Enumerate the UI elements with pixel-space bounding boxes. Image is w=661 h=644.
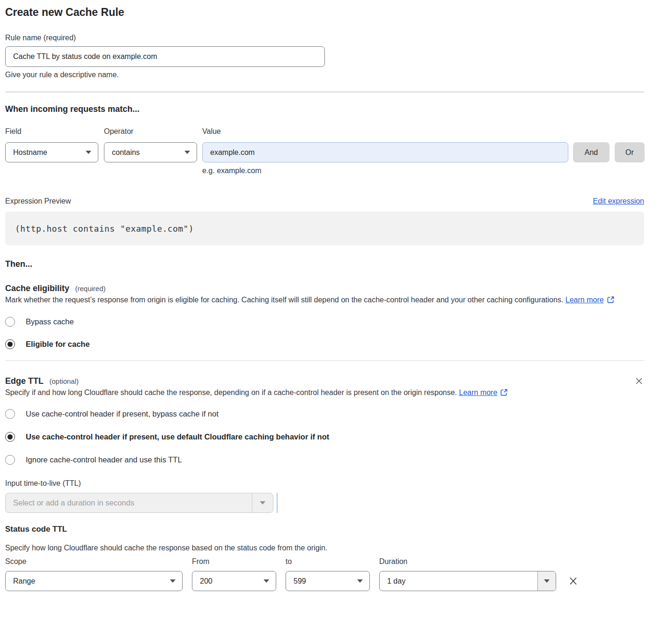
- cache-eligibility-header: Cache eligibility (required): [5, 283, 644, 293]
- edge-ttl-heading: Edge TTL: [5, 376, 44, 386]
- edit-expression-link[interactable]: Edit expression: [593, 197, 644, 205]
- edge-ttl-description: Specify if and how long Cloudflare shoul…: [5, 386, 529, 399]
- rule-name-label: Rule name (required): [5, 33, 644, 42]
- external-link-icon: [607, 296, 615, 304]
- section-divider: [5, 92, 644, 92]
- operator-label: Operator: [104, 127, 197, 136]
- status-code-controls-row: Range 200 599 1 day: [5, 571, 644, 591]
- or-button[interactable]: Or: [615, 142, 645, 162]
- match-labels-row: Field Operator Value: [5, 127, 644, 136]
- edge-ttl-heading-group: Edge TTL (optional): [5, 376, 79, 386]
- field-label: Field: [5, 127, 98, 136]
- rule-name-helper: Give your rule a descriptive name.: [5, 70, 644, 79]
- remove-icon: [568, 576, 578, 586]
- value-label: Value: [202, 127, 568, 136]
- match-heading: When incoming requests match...: [5, 104, 644, 114]
- operator-select[interactable]: contains: [104, 142, 197, 162]
- from-select[interactable]: 200: [192, 571, 276, 591]
- radio-eligible-for-cache[interactable]: Eligible for cache: [5, 339, 644, 349]
- chevron-down-icon: [357, 579, 363, 583]
- chevron-down-icon: [260, 501, 265, 505]
- radio-use-header-bypass-label: Use cache-control header if present, byp…: [26, 410, 219, 418]
- edge-ttl-optional-tag: (optional): [49, 377, 79, 385]
- radio-unselected-icon: [5, 317, 15, 327]
- from-select-value: 200: [200, 577, 213, 585]
- edge-ttl-header: Edge TTL (optional): [5, 376, 644, 386]
- to-label: to: [286, 557, 370, 566]
- cache-eligibility-required-tag: (required): [75, 285, 106, 293]
- chevron-down-icon: [544, 579, 550, 583]
- chevron-down-icon: [170, 579, 176, 583]
- and-button[interactable]: And: [573, 142, 610, 162]
- field-select-value: Hostname: [13, 148, 47, 157]
- scope-label: Scope: [5, 557, 183, 566]
- create-cache-rule-form: Create new Cache Rule Rule name (require…: [0, 0, 661, 591]
- scope-select[interactable]: Range: [5, 571, 183, 591]
- radio-ignore-header-label: Ignore cache-control header and use this…: [26, 455, 182, 464]
- status-code-ttl-heading: Status code TTL: [5, 525, 644, 534]
- expression-code-text: (http.host contains "example.com"): [15, 224, 194, 234]
- value-helper: e.g. example.com: [202, 166, 644, 175]
- learn-more-link[interactable]: Learn more: [459, 388, 498, 396]
- page-title: Create new Cache Rule: [5, 6, 644, 19]
- ttl-duration-combobox: Select or add a duration in seconds: [5, 493, 273, 513]
- match-controls-row: Hostname contains example.com And Or: [5, 142, 644, 162]
- duration-select[interactable]: 1 day: [379, 571, 556, 591]
- radio-selected-icon: [5, 339, 15, 349]
- edge-ttl-close-button[interactable]: [634, 376, 644, 386]
- remove-status-rule-button[interactable]: [567, 575, 579, 587]
- cache-eligibility-heading: Cache eligibility: [5, 284, 69, 293]
- expression-preview-label: Expression Preview: [5, 197, 71, 205]
- duration-label: Duration: [379, 557, 556, 566]
- expression-code-block: (http.host contains "example.com"): [5, 212, 644, 245]
- edge-ttl-options: Use cache-control header if present, byp…: [5, 409, 644, 465]
- cache-eligibility-description-text: Mark whether the request’s response from…: [5, 296, 563, 304]
- chevron-down-icon: [264, 579, 269, 583]
- learn-more-link[interactable]: Learn more: [566, 296, 604, 304]
- external-link-icon: [500, 388, 508, 396]
- radio-selected-icon: [5, 432, 15, 442]
- ttl-focus-indicator: [277, 493, 278, 513]
- section-divider: [5, 360, 644, 361]
- radio-eligible-for-cache-label: Eligible for cache: [26, 340, 90, 349]
- radio-use-header-bypass[interactable]: Use cache-control header if present, byp…: [5, 409, 644, 419]
- ttl-duration-dropdown-toggle[interactable]: [252, 493, 273, 512]
- value-input[interactable]: example.com: [202, 142, 568, 162]
- radio-bypass-cache[interactable]: Bypass cache: [5, 317, 644, 327]
- status-code-labels-row: Scope From to Duration: [5, 557, 644, 566]
- cache-eligibility-description: Mark whether the request’s response from…: [5, 293, 635, 307]
- close-icon: [635, 377, 643, 385]
- chevron-down-icon: [184, 151, 190, 154]
- then-heading: Then...: [5, 259, 644, 269]
- radio-bypass-cache-label: Bypass cache: [26, 317, 74, 326]
- radio-unselected-icon: [5, 409, 15, 419]
- ttl-duration-placeholder: Select or add a duration in seconds: [6, 493, 252, 512]
- ttl-combo-row: Select or add a duration in seconds: [5, 493, 644, 513]
- field-select[interactable]: Hostname: [5, 142, 98, 162]
- value-input-text: example.com: [210, 148, 255, 157]
- duration-select-value: 1 day: [380, 571, 537, 591]
- radio-ignore-header[interactable]: Ignore cache-control header and use this…: [5, 455, 644, 465]
- radio-unselected-icon: [5, 455, 15, 465]
- edge-ttl-description-text: Specify if and how long Cloudflare shoul…: [5, 388, 457, 396]
- expression-preview-row: Expression Preview Edit expression: [5, 197, 644, 205]
- status-code-ttl-description: Specify how long Cloudflare should cache…: [5, 543, 644, 552]
- scope-select-value: Range: [13, 577, 35, 585]
- radio-use-header-default[interactable]: Use cache-control header if present, use…: [5, 432, 644, 442]
- from-label: From: [192, 557, 276, 566]
- to-select[interactable]: 599: [286, 571, 370, 591]
- operator-select-value: contains: [112, 148, 140, 157]
- duration-dropdown-toggle[interactable]: [537, 571, 556, 591]
- rule-name-input[interactable]: [5, 46, 325, 67]
- ttl-input-label: Input time-to-live (TTL): [5, 479, 644, 488]
- radio-use-header-default-label: Use cache-control header if present, use…: [26, 432, 329, 441]
- chevron-down-icon: [86, 151, 91, 154]
- to-select-value: 599: [294, 577, 306, 585]
